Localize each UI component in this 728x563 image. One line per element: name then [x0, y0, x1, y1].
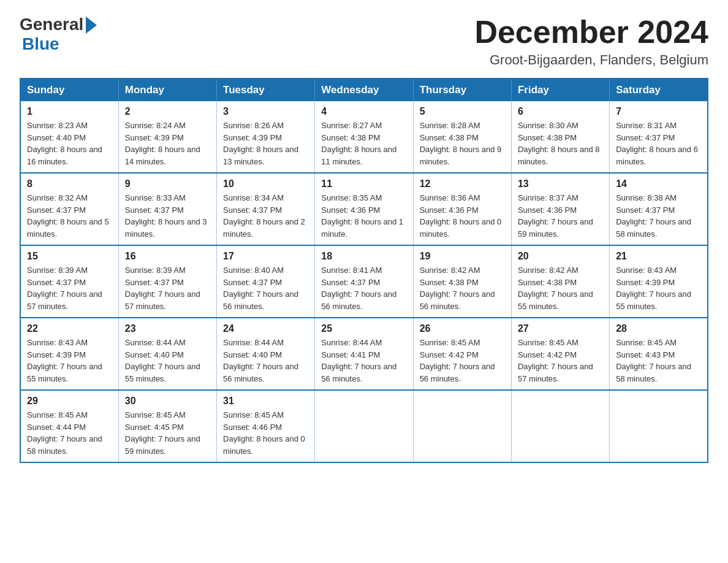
table-row: [610, 390, 708, 462]
day-info: Sunrise: 8:40 AM Sunset: 4:37 PM Dayligh…: [223, 264, 308, 312]
page-header: General Blue December 2024 Groot-Bijgaar…: [20, 15, 708, 68]
header-wednesday: Wednesday: [315, 79, 413, 101]
table-row: 4 Sunrise: 8:27 AM Sunset: 4:38 PM Dayli…: [315, 101, 413, 173]
day-number: 28: [616, 323, 701, 334]
day-info: Sunrise: 8:41 AM Sunset: 4:37 PM Dayligh…: [321, 264, 406, 312]
day-info: Sunrise: 8:26 AM Sunset: 4:39 PM Dayligh…: [223, 120, 308, 167]
day-info: Sunrise: 8:24 AM Sunset: 4:39 PM Dayligh…: [125, 120, 210, 167]
table-row: 2 Sunrise: 8:24 AM Sunset: 4:39 PM Dayli…: [118, 101, 216, 173]
calendar-table: Sunday Monday Tuesday Wednesday Thursday…: [20, 78, 708, 463]
table-row: 17 Sunrise: 8:40 AM Sunset: 4:37 PM Dayl…: [217, 245, 315, 318]
table-row: 10 Sunrise: 8:34 AM Sunset: 4:37 PM Dayl…: [217, 173, 315, 245]
logo-blue-text: Blue: [22, 34, 59, 54]
header-sunday: Sunday: [20, 79, 118, 101]
table-row: 19 Sunrise: 8:42 AM Sunset: 4:38 PM Dayl…: [413, 245, 511, 318]
day-number: 13: [518, 178, 603, 190]
day-number: 17: [223, 251, 308, 262]
table-row: 31 Sunrise: 8:45 AM Sunset: 4:46 PM Dayl…: [217, 390, 315, 462]
table-row: 22 Sunrise: 8:43 AM Sunset: 4:39 PM Dayl…: [20, 318, 118, 390]
day-info: Sunrise: 8:39 AM Sunset: 4:37 PM Dayligh…: [125, 264, 210, 312]
table-row: 3 Sunrise: 8:26 AM Sunset: 4:39 PM Dayli…: [217, 101, 315, 173]
day-number: 14: [616, 178, 701, 190]
title-section: December 2024 Groot-Bijgaarden, Flanders…: [474, 15, 708, 68]
day-info: Sunrise: 8:34 AM Sunset: 4:37 PM Dayligh…: [223, 192, 308, 240]
day-number: 1: [27, 106, 112, 117]
day-info: Sunrise: 8:42 AM Sunset: 4:38 PM Dayligh…: [420, 264, 505, 312]
day-number: 8: [27, 178, 112, 190]
day-number: 2: [125, 106, 210, 117]
calendar-week-4: 22 Sunrise: 8:43 AM Sunset: 4:39 PM Dayl…: [20, 318, 708, 390]
calendar-subtitle: Groot-Bijgaarden, Flanders, Belgium: [474, 52, 708, 68]
calendar-week-5: 29 Sunrise: 8:45 AM Sunset: 4:44 PM Dayl…: [20, 390, 708, 462]
day-info: Sunrise: 8:38 AM Sunset: 4:37 PM Dayligh…: [616, 192, 701, 240]
table-row: 28 Sunrise: 8:45 AM Sunset: 4:43 PM Dayl…: [610, 318, 708, 390]
header-thursday: Thursday: [413, 79, 511, 101]
day-number: 7: [616, 106, 701, 117]
day-number: 22: [27, 323, 112, 334]
table-row: 29 Sunrise: 8:45 AM Sunset: 4:44 PM Dayl…: [20, 390, 118, 462]
table-row: 6 Sunrise: 8:30 AM Sunset: 4:38 PM Dayli…: [511, 101, 609, 173]
table-row: [315, 390, 413, 462]
calendar-title: December 2024: [474, 15, 708, 50]
day-info: Sunrise: 8:30 AM Sunset: 4:38 PM Dayligh…: [518, 120, 603, 167]
table-row: [413, 390, 511, 462]
day-info: Sunrise: 8:43 AM Sunset: 4:39 PM Dayligh…: [27, 337, 112, 385]
table-row: 9 Sunrise: 8:33 AM Sunset: 4:37 PM Dayli…: [118, 173, 216, 245]
day-info: Sunrise: 8:44 AM Sunset: 4:40 PM Dayligh…: [125, 337, 210, 385]
calendar-week-2: 8 Sunrise: 8:32 AM Sunset: 4:37 PM Dayli…: [20, 173, 708, 245]
day-info: Sunrise: 8:39 AM Sunset: 4:37 PM Dayligh…: [27, 264, 112, 312]
table-row: 24 Sunrise: 8:44 AM Sunset: 4:40 PM Dayl…: [217, 318, 315, 390]
day-info: Sunrise: 8:33 AM Sunset: 4:37 PM Dayligh…: [125, 192, 210, 240]
table-row: 7 Sunrise: 8:31 AM Sunset: 4:37 PM Dayli…: [610, 101, 708, 173]
day-number: 10: [223, 178, 308, 190]
table-row: 25 Sunrise: 8:44 AM Sunset: 4:41 PM Dayl…: [315, 318, 413, 390]
calendar-week-3: 15 Sunrise: 8:39 AM Sunset: 4:37 PM Dayl…: [20, 245, 708, 318]
table-row: 1 Sunrise: 8:23 AM Sunset: 4:40 PM Dayli…: [20, 101, 118, 173]
table-row: 14 Sunrise: 8:38 AM Sunset: 4:37 PM Dayl…: [610, 173, 708, 245]
table-row: 18 Sunrise: 8:41 AM Sunset: 4:37 PM Dayl…: [315, 245, 413, 318]
day-number: 3: [223, 106, 308, 117]
day-number: 15: [27, 251, 112, 262]
logo-general-text: General: [20, 15, 83, 34]
table-row: 13 Sunrise: 8:37 AM Sunset: 4:36 PM Dayl…: [511, 173, 609, 245]
day-info: Sunrise: 8:44 AM Sunset: 4:40 PM Dayligh…: [223, 337, 308, 385]
day-number: 20: [518, 251, 603, 262]
calendar-week-1: 1 Sunrise: 8:23 AM Sunset: 4:40 PM Dayli…: [20, 101, 708, 173]
day-info: Sunrise: 8:45 AM Sunset: 4:42 PM Dayligh…: [518, 337, 603, 385]
day-number: 12: [420, 178, 505, 190]
day-info: Sunrise: 8:45 AM Sunset: 4:44 PM Dayligh…: [27, 409, 112, 457]
table-row: 27 Sunrise: 8:45 AM Sunset: 4:42 PM Dayl…: [511, 318, 609, 390]
table-row: 23 Sunrise: 8:44 AM Sunset: 4:40 PM Dayl…: [118, 318, 216, 390]
day-number: 21: [616, 251, 701, 262]
table-row: 26 Sunrise: 8:45 AM Sunset: 4:42 PM Dayl…: [413, 318, 511, 390]
table-row: 30 Sunrise: 8:45 AM Sunset: 4:45 PM Dayl…: [118, 390, 216, 462]
day-info: Sunrise: 8:42 AM Sunset: 4:38 PM Dayligh…: [518, 264, 603, 312]
logo: General Blue: [20, 15, 97, 54]
day-number: 18: [321, 251, 406, 262]
day-info: Sunrise: 8:23 AM Sunset: 4:40 PM Dayligh…: [27, 120, 112, 167]
day-number: 11: [321, 178, 406, 190]
day-number: 5: [420, 106, 505, 117]
table-row: 16 Sunrise: 8:39 AM Sunset: 4:37 PM Dayl…: [118, 245, 216, 318]
day-info: Sunrise: 8:27 AM Sunset: 4:38 PM Dayligh…: [321, 120, 406, 167]
day-number: 26: [420, 323, 505, 334]
logo-arrow-icon: [86, 17, 97, 34]
day-number: 30: [125, 396, 210, 407]
day-info: Sunrise: 8:28 AM Sunset: 4:38 PM Dayligh…: [420, 120, 505, 167]
table-row: 11 Sunrise: 8:35 AM Sunset: 4:36 PM Dayl…: [315, 173, 413, 245]
table-row: 20 Sunrise: 8:42 AM Sunset: 4:38 PM Dayl…: [511, 245, 609, 318]
day-number: 25: [321, 323, 406, 334]
header-friday: Friday: [511, 79, 609, 101]
day-number: 23: [125, 323, 210, 334]
header-saturday: Saturday: [610, 79, 708, 101]
day-number: 16: [125, 251, 210, 262]
table-row: 21 Sunrise: 8:43 AM Sunset: 4:39 PM Dayl…: [610, 245, 708, 318]
table-row: 15 Sunrise: 8:39 AM Sunset: 4:37 PM Dayl…: [20, 245, 118, 318]
header-monday: Monday: [118, 79, 216, 101]
day-info: Sunrise: 8:44 AM Sunset: 4:41 PM Dayligh…: [321, 337, 406, 385]
day-number: 4: [321, 106, 406, 117]
table-row: 5 Sunrise: 8:28 AM Sunset: 4:38 PM Dayli…: [413, 101, 511, 173]
day-number: 9: [125, 178, 210, 190]
day-number: 27: [518, 323, 603, 334]
day-number: 6: [518, 106, 603, 117]
